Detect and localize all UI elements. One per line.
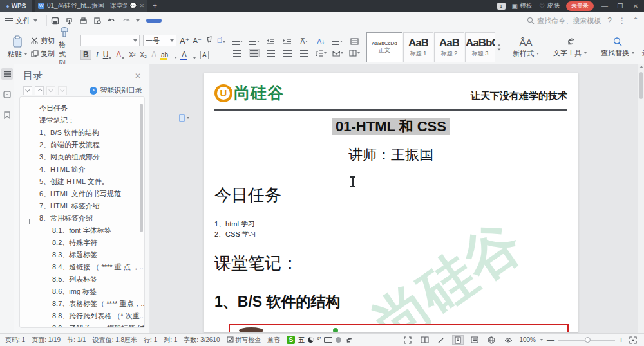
ime-mode-icon[interactable]: 五: [298, 336, 305, 345]
toc-item[interactable]: 8.6、img 标签: [20, 286, 144, 298]
phonetic-guide-button[interactable]: 变́: [217, 37, 225, 44]
ribbon-tab[interactable]: [280, 19, 296, 23]
font-size-combo[interactable]: 一号: [143, 35, 176, 46]
ime-tools-icon[interactable]: [345, 336, 352, 343]
print-preview-button[interactable]: [93, 17, 102, 25]
outline-view-button[interactable]: [469, 335, 480, 345]
new-tab-button[interactable]: +: [153, 1, 157, 10]
document-canvas[interactable]: U 尚硅谷 让天下没有难学的技术 01-HTML 和 CSS 讲师：王振国 今日…: [150, 64, 638, 333]
ribbon-tab[interactable]: [297, 19, 312, 23]
quickbar-dropdown-icon[interactable]: [136, 19, 140, 22]
ime-night-icon[interactable]: [308, 337, 314, 343]
toc-item[interactable]: 8.3、标题标签: [20, 249, 144, 261]
format-painter-button[interactable]: 格式刷: [55, 25, 74, 69]
toc-item[interactable]: 7、HTML 标签介绍: [20, 200, 144, 212]
ime-logo-icon[interactable]: S: [287, 336, 295, 344]
font-family-combo[interactable]: [80, 35, 140, 46]
toc-next-button[interactable]: [58, 86, 67, 95]
subscript-button[interactable]: X₂: [140, 51, 147, 59]
spellcheck-button[interactable]: 拼写检查: [227, 336, 261, 345]
ribbon-tab[interactable]: [180, 19, 195, 23]
ribbon-tab[interactable]: [196, 19, 212, 23]
toc-item[interactable]: 8、常用标签介绍: [20, 212, 144, 224]
zoom-out-button[interactable]: —: [547, 336, 554, 345]
output-button[interactable]: [65, 17, 73, 25]
restore-button[interactable]: ❐: [616, 3, 625, 10]
clear-format-button[interactable]: [205, 36, 214, 45]
zoom-in-button[interactable]: +: [619, 336, 623, 345]
align-left-button[interactable]: [232, 49, 243, 57]
ribbon-tab[interactable]: [230, 19, 245, 23]
decrease-font-button[interactable]: A⁻: [193, 37, 202, 45]
highlight-color-button[interactable]: ab: [161, 51, 177, 59]
command-search[interactable]: 查找命令、搜索模板: [527, 16, 601, 26]
superscript-button[interactable]: X²: [129, 51, 135, 59]
ribbon-tab[interactable]: [263, 19, 279, 23]
justify-button[interactable]: [282, 49, 293, 57]
align-center-button[interactable]: [249, 49, 260, 57]
toc-expand-icon[interactable]: [29, 217, 30, 224]
login-button[interactable]: 未登录: [566, 1, 594, 11]
decrease-indent-button[interactable]: [265, 37, 276, 46]
document-tab[interactable]: W 01_尚硅谷_ht...振国 - 课堂笔记 💬 ✕: [35, 0, 147, 12]
ribbon-tab[interactable]: [213, 19, 229, 23]
undo-button[interactable]: [108, 17, 116, 24]
toc-item[interactable]: 今日任务: [20, 102, 144, 114]
text-tools-button[interactable]: 文字工具: [549, 32, 591, 62]
page-view-button[interactable]: [452, 335, 464, 345]
scroll-up-icon[interactable]: [639, 66, 643, 68]
paragraph-layout-button[interactable]: [349, 37, 360, 46]
increase-indent-button[interactable]: [282, 37, 293, 46]
char-scale-button[interactable]: A̅: [299, 37, 310, 46]
ime-person-icon[interactable]: [336, 337, 341, 343]
toc-item[interactable]: 课堂笔记：: [20, 114, 144, 127]
ribbon-tab[interactable]: [247, 19, 262, 23]
redo-button[interactable]: [122, 17, 130, 24]
style-gallery-arrows[interactable]: [496, 32, 502, 62]
increase-font-button[interactable]: A⁺: [180, 36, 190, 46]
show-marks-button[interactable]: [332, 37, 343, 46]
notification-badge[interactable]: 1: [497, 3, 506, 10]
toc-scrollbar-thumb[interactable]: [140, 104, 143, 232]
find-replace-button[interactable]: 查找替换: [597, 32, 638, 62]
save-button[interactable]: [51, 17, 59, 25]
expand-all-button[interactable]: [35, 86, 44, 95]
toc-panel-icon[interactable]: [1, 68, 13, 80]
style-chip[interactable]: AaBbC( 标题 3: [465, 32, 495, 62]
comment-bubble-icon[interactable]: 💬: [129, 3, 137, 9]
toc-item[interactable]: 5、创建 HTML 文件。: [20, 176, 144, 188]
char-border-button[interactable]: A: [200, 51, 209, 59]
copy-button[interactable]: 复制: [31, 49, 55, 59]
read-layout-button[interactable]: [419, 335, 430, 345]
char-effects-button[interactable]: A: [151, 50, 156, 59]
toc-item[interactable]: 8.5、列表标签: [20, 273, 144, 286]
toc-item[interactable]: 8.7、表格标签（ **** 重点，...: [20, 298, 144, 310]
cut-button[interactable]: 剪切: [31, 36, 55, 46]
print-button[interactable]: [79, 17, 88, 25]
zoom-caret-icon[interactable]: [540, 339, 543, 341]
sort-button[interactable]: A↓: [316, 37, 327, 46]
style-chip[interactable]: AaBbCcDd 正文: [366, 32, 402, 62]
collapse-all-button[interactable]: [23, 86, 32, 95]
toc-item[interactable]: 2、前端的开发流程: [20, 139, 144, 151]
bullets-button[interactable]: [232, 37, 243, 46]
close-button[interactable]: ✕: [631, 3, 640, 10]
shading-button[interactable]: [332, 49, 343, 57]
fullscreen-view-button[interactable]: [402, 335, 413, 345]
bold-button[interactable]: B: [80, 50, 91, 60]
style-chip[interactable]: AaB 标题 1: [403, 32, 433, 62]
document-page[interactable]: U 尚硅谷 让天下没有难学的技术 01-HTML 和 CSS 讲师：王振国 今日…: [204, 73, 578, 333]
toc-item[interactable]: 8.9、了解 iframe 框架标签 (内...: [20, 322, 144, 328]
toc-item[interactable]: 4、HTML 简介: [20, 163, 144, 176]
ime-keyboard-icon[interactable]: [324, 337, 332, 343]
ribbon-tab[interactable]: [314, 19, 329, 23]
font-color-button[interactable]: A: [182, 50, 196, 59]
ribbon-tab[interactable]: [146, 19, 162, 23]
bookmark-panel-icon[interactable]: [1, 109, 13, 121]
style-chip[interactable]: AaB 标题 2: [434, 32, 464, 62]
distribute-button[interactable]: [299, 49, 310, 57]
paste-button[interactable]: 粘贴: [4, 35, 31, 60]
help-button[interactable]: ?: [607, 16, 612, 25]
collapse-ribbon-button[interactable]: ⌃: [632, 16, 639, 25]
borders-button[interactable]: [349, 49, 360, 57]
